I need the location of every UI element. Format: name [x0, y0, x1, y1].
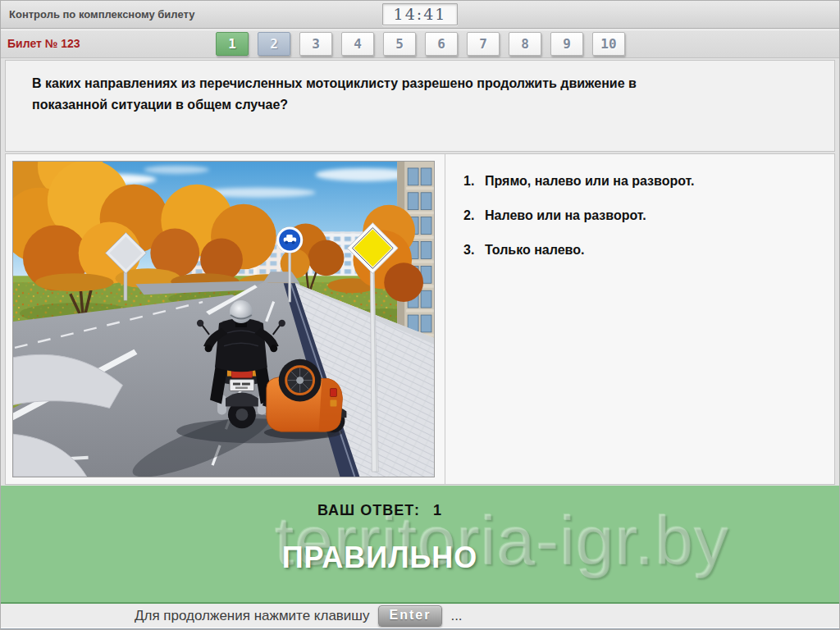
question-nav-10[interactable]: 10 [592, 32, 625, 56]
question-nav-6[interactable]: 6 [425, 32, 458, 56]
ellipsis: ... [450, 608, 462, 624]
answer-option-3[interactable]: 3.Только налево. [463, 243, 826, 258]
question-nav-8[interactable]: 8 [509, 32, 541, 56]
enter-key-button[interactable]: Enter [378, 605, 443, 627]
answer-option-1[interactable]: 1.Прямо, налево или на разворот. [463, 174, 826, 189]
question-nav-4[interactable]: 4 [341, 32, 374, 56]
top-bar: Контроль по комплексному билету 14:41 [1, 1, 839, 29]
verdict-text: ПРАВИЛЬНО [282, 541, 478, 575]
scene-image [12, 161, 435, 477]
question-nav-1[interactable]: 1 [216, 32, 249, 56]
answer-text: Налево или на разворот. [485, 208, 646, 223]
answer-option-2[interactable]: 2.Налево или на разворот. [463, 208, 826, 223]
answer-number: 1. [463, 174, 485, 189]
question-nav-9[interactable]: 9 [550, 32, 583, 56]
ticket-bar: Билет № 123 12345678910 [1, 30, 839, 58]
exam-window: Контроль по комплексному билету 14:41 Би… [0, 0, 840, 630]
bottom-bar: Для продолжения нажмите клавишу Enter ..… [1, 604, 839, 630]
result-panel: territoria-igr.by ВАШ ОТВЕТ:1 ПРАВИЛЬНО [1, 486, 839, 604]
question-nav-2[interactable]: 2 [258, 32, 290, 56]
answer-text: Только налево. [485, 243, 584, 258]
helmet [230, 300, 253, 323]
your-answer-line: ВАШ ОТВЕТ:1 [317, 502, 442, 519]
continue-prompt: Для продолжения нажмите клавишу [135, 608, 370, 624]
question-panel: В каких направлениях из перечисленных мо… [5, 60, 835, 152]
question-nav-5[interactable]: 5 [383, 32, 416, 56]
question-text: В каких направлениях из перечисленных мо… [32, 73, 688, 116]
question-nav: 12345678910 [216, 32, 634, 56]
answer-text: Прямо, налево или на разворот. [485, 174, 694, 189]
window-title: Контроль по комплексному билету [9, 1, 194, 28]
timer: 14:41 [382, 3, 458, 25]
content-panel: 1.Прямо, налево или на разворот.2.Налево… [5, 153, 835, 485]
question-nav-7[interactable]: 7 [467, 32, 500, 56]
question-nav-3[interactable]: 3 [299, 32, 332, 56]
ticket-number: Билет № 123 [7, 30, 80, 57]
your-answer-value: 1 [433, 502, 442, 518]
answers-list: 1.Прямо, налево или на разворот.2.Налево… [463, 174, 826, 277]
divider [445, 154, 445, 484]
your-answer-label: ВАШ ОТВЕТ: [317, 502, 420, 518]
traffic-scene [13, 162, 434, 477]
answer-number: 3. [463, 243, 485, 258]
answer-number: 2. [463, 208, 485, 223]
